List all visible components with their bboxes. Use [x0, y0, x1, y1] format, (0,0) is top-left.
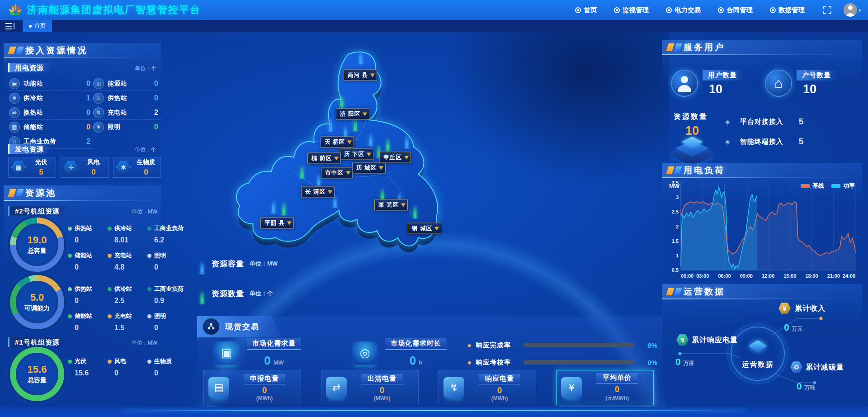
resource-row: ↯ 充电站 2 [93, 105, 161, 120]
svg-text:15:00: 15:00 [783, 273, 796, 279]
rate-row: ◆ 响应考核率 0% [467, 354, 657, 371]
district-label[interactable]: 长 清区 [301, 186, 335, 198]
district-label[interactable]: 商河 县 [344, 70, 377, 81]
resource-row: ♨ 供热站 0 [93, 91, 161, 105]
legend-item: 供冷站 2.5 [108, 285, 147, 312]
district-label[interactable]: 莱 芜区 [374, 199, 408, 211]
district-label[interactable]: 市中区 [321, 167, 353, 179]
response-energy-value: 0万度 [675, 356, 694, 367]
panel-title: 接入资源情况 [25, 45, 88, 57]
svg-text:09:00: 09:00 [740, 273, 753, 279]
unit-label: 单位：MW [132, 208, 157, 216]
donut2-legend: 供热站 0 供冷站 2.5 工商业负荷 0.9 储能站 0 [68, 285, 191, 339]
green-beacon-icon [198, 288, 206, 306]
tab-spot-trading[interactable]: 现货交易 [197, 316, 282, 337]
nav-item-label: 监视管理 [623, 6, 649, 14]
stat-demand-volume: ▣ 市场化需求量 0MW [213, 338, 301, 368]
district-label[interactable]: 济 阳区 [336, 109, 369, 120]
energy-card-value: 0 [262, 385, 267, 395]
energy-card-icon: ⇄ [326, 377, 347, 398]
svg-text:1: 1 [676, 253, 679, 258]
main-nav: 首页 监视管理 电力交易 合同管理 [575, 6, 805, 14]
legend-item: 照明 0 [147, 251, 191, 279]
resource-label: 换热站 [24, 109, 43, 117]
avatar [844, 3, 857, 17]
resource-value: 0 [86, 123, 90, 131]
district-label[interactable]: 槐 荫区 [307, 153, 341, 164]
energy-card[interactable]: ¥ 平均单价 0 (元/MWh) [556, 370, 654, 405]
legend-dot-icon [147, 360, 151, 364]
diamond-bullet-icon: ◆ [467, 342, 471, 348]
blue-beacon-icon [198, 258, 206, 276]
district-label[interactable]: 章丘区 [379, 152, 411, 163]
legend-item: 风电 0 [108, 357, 147, 384]
district-name: 天 桥区 [325, 138, 345, 146]
energy-card[interactable]: ⇄ 出清电量 0 (MWh) [321, 370, 419, 405]
unit-label: 单位：个 [135, 146, 156, 154]
nav-item[interactable]: 电力交易 [666, 6, 701, 14]
svg-text:3: 3 [676, 194, 679, 200]
generation-icon: ▦ [11, 160, 26, 175]
legend-item: 供热站 0 [68, 224, 108, 251]
panel-spot-trading: 现货交易 ▣ 市场化需求量 0MW ◎ 市场化需求时长 0h ◆ 响应完成率 [197, 317, 663, 407]
legend-item: 供冷站 8.01 [108, 224, 147, 251]
svg-text:03:00: 03:00 [696, 273, 709, 279]
nav-item[interactable]: 首页 [575, 6, 597, 14]
district-label[interactable]: 天 桥区 [321, 137, 354, 148]
fullscreen-icon[interactable] [823, 5, 832, 14]
legend-item: 照明 0 [147, 312, 191, 339]
legend-item: 充电站 4.8 [108, 251, 147, 279]
chart-legend-item: 功率 [831, 182, 855, 190]
nav-circle-icon [614, 7, 620, 13]
resource-icon: ▤ [9, 122, 20, 133]
energy-card-label: 平均单价 [596, 373, 638, 384]
rate-progress-bar [524, 343, 635, 347]
nav-item[interactable]: 监视管理 [614, 6, 649, 14]
charging-pile-icon: ▣ [213, 341, 240, 365]
district-label[interactable]: 平阴 县 [260, 218, 294, 229]
energy-card[interactable]: ▤ 申报电量 0 (MWh) [203, 370, 301, 405]
collapse-menu-icon[interactable] [5, 23, 15, 29]
donut-total-capacity-1: 15.6总容量 [10, 347, 64, 401]
user-menu[interactable]: ▾ [844, 3, 861, 17]
load-chart-svg: 00:0003:0006:0009:0012:0015:0018:0021:00… [665, 179, 859, 281]
rate-percent: 0% [639, 359, 657, 366]
rate-label: 响应完成率 [476, 341, 519, 350]
generation-label: 风电 [88, 158, 100, 167]
resource-row: ▣ 功能站 0 [9, 76, 93, 91]
chart-legend: 基线 功率 [801, 182, 855, 190]
resource-value: 0 [86, 80, 90, 88]
nav-item[interactable]: 合同管理 [718, 6, 753, 14]
section-tag-generation: 发电资源 [8, 144, 51, 154]
district-label[interactable]: 历 城区 [352, 162, 386, 174]
legend-item: 光伏 15.6 [68, 357, 108, 384]
diamond-icon: ◈ [725, 118, 730, 125]
generation-card: ✱ 生物质 0 [113, 157, 161, 178]
energy-card-unit: (MWh) [256, 395, 273, 402]
response-rates: ◆ 响应完成率 0% ◆ 响应考核率 0% [467, 336, 657, 371]
svg-text:3.5: 3.5 [672, 180, 679, 185]
energy-card[interactable]: ↯ 响应电量 0 (MWh) [439, 370, 536, 405]
district-name: 平阴 县 [264, 219, 285, 227]
footer-bar [0, 407, 868, 417]
donut-total-capacity-2: 19.0总容量 [10, 218, 64, 272]
home-icon [765, 70, 792, 97]
panel-header: 用电负荷 [662, 163, 862, 178]
legend-dot-icon [147, 227, 151, 231]
stat-value: 0 [264, 354, 270, 368]
panel-header: 接入资源情况 [4, 43, 161, 58]
generation-cards: ▦ 光伏 5 ✢ 风电 0 ✱ [8, 157, 161, 178]
legend-dot-icon [68, 360, 72, 364]
nav-circle-icon [666, 7, 672, 13]
district-label[interactable]: 钢 城区 [408, 223, 441, 234]
pedestal-icon [672, 129, 712, 154]
rate-percent: 0% [639, 341, 657, 349]
tab-home[interactable]: 首页 [23, 20, 52, 32]
svg-text:2: 2 [676, 224, 679, 229]
rate-label: 响应考核率 [476, 358, 519, 367]
legend-dot-icon [147, 314, 151, 318]
district-label[interactable]: 历 下区 [340, 149, 373, 160]
nav-item[interactable]: 数据管理 [770, 6, 805, 14]
svg-text:24:00: 24:00 [843, 273, 855, 279]
resource-value: 1 [86, 94, 90, 102]
